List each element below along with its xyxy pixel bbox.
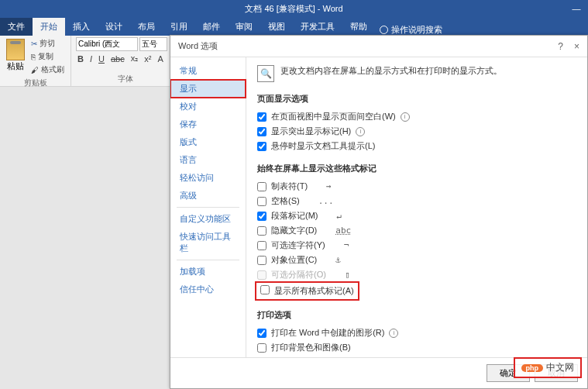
glyph-paragraph: ↵ [337, 211, 342, 221]
tab-references[interactable]: 引用 [163, 18, 195, 36]
dialog-close-button[interactable]: × [574, 41, 579, 52]
checkbox-optional-hyphen[interactable] [257, 241, 266, 250]
glyph-space: ... [318, 196, 334, 206]
tab-layout[interactable]: 布局 [130, 18, 163, 36]
tab-review[interactable]: 审阅 [228, 18, 260, 36]
category-general[interactable]: 常规 [170, 62, 246, 80]
ribbon-group-font: Calibri (西文 五号 B I U abc x₂ x² A 字体 [71, 36, 180, 86]
category-proofing[interactable]: 校对 [170, 98, 246, 115]
tab-home[interactable]: 开始 [33, 18, 65, 36]
magnifier-icon: 🔍 [257, 65, 274, 82]
glyph-optional-hyphen: ¬ [344, 240, 349, 250]
info-icon[interactable]: i [356, 127, 365, 136]
category-trust-center[interactable]: 信任中心 [170, 281, 246, 298]
category-ease-of-access[interactable]: 轻松访问 [170, 169, 246, 187]
minimize-button[interactable]: — [565, 0, 588, 17]
tab-help[interactable]: 帮助 [342, 18, 375, 36]
format-painter-button[interactable]: 🖌格式刷 [29, 64, 66, 76]
italic-button[interactable]: I [88, 53, 94, 64]
label-optional-break: 可选分隔符(O) [271, 269, 326, 281]
label-paragraph: 段落标记(M) [271, 210, 318, 222]
glyph-object-anchor: ⚓ [335, 255, 341, 265]
category-addins[interactable]: 加载项 [170, 263, 246, 281]
superscript-button[interactable]: x² [143, 53, 153, 64]
glyph-hidden-text: abc [335, 225, 351, 236]
checkbox-show-tooltips[interactable] [257, 142, 266, 151]
dialog-description: 更改文档内容在屏幕上的显示方式和在打印时的显示方式。 [280, 65, 502, 77]
label-show-tooltips: 悬停时显示文档工具提示(L) [271, 140, 375, 152]
dialog-title-text: Word 选项 [178, 40, 218, 52]
checkbox-object-anchor[interactable] [257, 256, 266, 265]
tab-insert[interactable]: 插入 [65, 18, 98, 36]
section-printing-title: 打印选项 [257, 309, 576, 321]
sidebar-separator [177, 260, 239, 260]
window-title-bar: 文档 46 [兼容模式] - Word — [0, 0, 588, 17]
checkbox-show-all-marks[interactable] [260, 285, 270, 294]
tab-view[interactable]: 视图 [260, 18, 293, 36]
category-layout[interactable]: 版式 [170, 133, 246, 151]
cut-label: 剪切 [40, 38, 55, 49]
copy-button[interactable]: ⎘复制 [29, 50, 66, 63]
dialog-help-button[interactable]: ? [558, 41, 563, 52]
font-size-select[interactable]: 五号 [139, 37, 167, 51]
section-page-display: 页面显示选项 在页面视图中显示页面间空白(W)i 显示突出显示标记(H)i 悬停… [257, 93, 576, 153]
category-save[interactable]: 保存 [170, 115, 246, 133]
text-highlight-button[interactable]: A [156, 53, 164, 64]
category-quick-access[interactable]: 快速访问工具栏 [170, 228, 246, 257]
glyph-tab: → [326, 181, 332, 191]
section-printing: 打印选项 打印在 Word 中创建的图形(R)i 打印背景色和图像(B) 打印文… [257, 309, 576, 357]
tab-mailings[interactable]: 邮件 [195, 18, 228, 36]
section-formatting-marks: 始终在屏幕上显示这些格式标记 制表符(T)→ 空格(S)... 段落标记(M)↵… [257, 163, 576, 300]
subscript-button[interactable]: x₂ [129, 53, 140, 64]
font-family-select[interactable]: Calibri (西文 [76, 37, 138, 51]
window-title: 文档 46 [兼容模式] - Word [245, 3, 342, 15]
label-show-all-marks: 显示所有格式标记(A) [274, 285, 354, 297]
info-icon[interactable]: i [401, 112, 410, 122]
strikethrough-button[interactable]: abc [109, 53, 126, 64]
checkbox-hidden-text[interactable] [257, 226, 266, 236]
format-painter-label: 格式刷 [41, 64, 64, 75]
label-show-white-space: 在页面视图中显示页面间空白(W) [271, 111, 396, 122]
label-object-anchor: 对象位置(C) [271, 254, 317, 266]
tab-file[interactable]: 文件 [0, 18, 33, 36]
label-print-background: 打印背景色和图像(B) [271, 342, 351, 353]
scissors-icon: ✂ [31, 40, 37, 48]
paste-icon [6, 39, 25, 60]
checkbox-print-background[interactable] [257, 343, 266, 353]
tab-developer[interactable]: 开发工具 [293, 18, 342, 36]
checkbox-space[interactable] [257, 197, 266, 206]
tab-design[interactable]: 设计 [98, 18, 130, 36]
paste-button[interactable]: 粘贴 [5, 37, 26, 76]
watermark-logo: php [521, 364, 544, 372]
dialog-content-panel: 🔍 更改文档内容在屏幕上的显示方式和在打印时的显示方式。 页面显示选项 在页面视… [246, 57, 587, 357]
clipboard-group-label: 剪贴板 [5, 77, 66, 88]
underline-button[interactable]: U [97, 53, 106, 64]
category-language[interactable]: 语言 [170, 151, 246, 169]
ribbon-group-clipboard: 粘贴 ✂剪切 ⎘复制 🖌格式刷 剪贴板 [0, 36, 71, 86]
category-advanced[interactable]: 高级 [170, 187, 246, 205]
label-space: 空格(S) [271, 195, 300, 207]
checkbox-show-highlighter[interactable] [257, 127, 266, 136]
watermark-text: 中文网 [546, 361, 574, 374]
section-formatting-marks-title: 始终在屏幕上显示这些格式标记 [257, 163, 576, 174]
font-group-label: 字体 [76, 74, 174, 84]
bold-button[interactable]: B [76, 53, 85, 64]
info-icon[interactable]: i [389, 329, 398, 338]
checkbox-paragraph[interactable] [257, 212, 266, 221]
category-display[interactable]: 显示 [170, 80, 246, 98]
glyph-optional-break: ▯ [345, 270, 350, 280]
checkbox-tab[interactable] [257, 182, 266, 191]
lightbulb-icon [380, 26, 388, 34]
checkbox-print-drawings[interactable] [257, 329, 266, 338]
paste-label: 粘贴 [7, 60, 24, 72]
checkbox-show-white-space[interactable] [257, 112, 266, 122]
category-customize-ribbon[interactable]: 自定义功能区 [170, 210, 246, 228]
label-tab: 制表符(T) [271, 181, 308, 192]
checkbox-optional-break [257, 270, 266, 280]
label-show-highlighter: 显示突出显示标记(H) [271, 126, 351, 137]
tell-me-search[interactable]: 操作说明搜索 [380, 24, 442, 36]
dialog-category-sidebar: 常规 显示 校对 保存 版式 语言 轻松访问 高级 自定义功能区 快速访问工具栏… [170, 57, 246, 357]
dialog-title-bar: Word 选项 ? × [170, 36, 587, 57]
cut-button[interactable]: ✂剪切 [29, 37, 66, 50]
ribbon-tabs: 文件 开始 插入 设计 布局 引用 邮件 审阅 视图 开发工具 帮助 操作说明搜… [0, 17, 588, 36]
